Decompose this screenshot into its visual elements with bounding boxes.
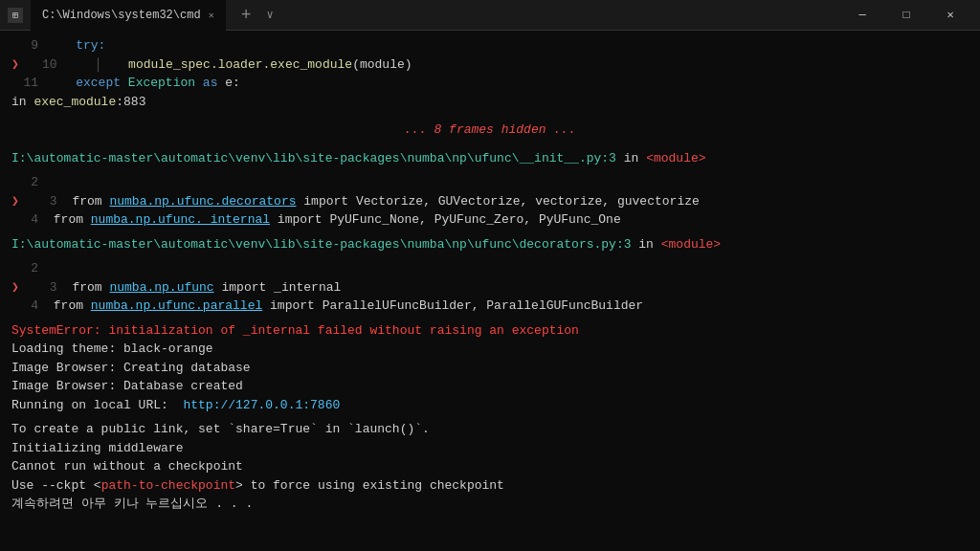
tab-close-button[interactable]: ✕ [209,10,214,21]
image-browser-creating-line: Image Browser: Creating database [11,359,969,378]
tab-label: C:\Windows\system32\cmd [42,9,201,22]
window-controls: — □ ✕ [840,0,972,31]
korean-prompt-line: 계속하려면 아무 키나 누르십시오 . . . [11,495,969,514]
line-number: 4 [11,210,38,230]
tab-dropdown-button[interactable]: ∨ [266,8,273,22]
code-line-2b: 2 [11,259,969,278]
active-tab[interactable]: C:\Windows\system32\cmd ✕ [31,0,226,31]
terminal-output: 9 try: ❯ 10 │ module_spec.loader.exec_mo… [0,31,980,551]
arrow-indicator: ❯ [11,55,27,75]
running-on-line: Running on local URL: http://127.0.0.1:7… [11,396,969,415]
line-number: 2 [11,173,38,192]
close-button[interactable]: ✕ [928,0,972,31]
code-line-11: 11 except Exception as e: [11,74,969,93]
code-line-3a: ❯ 3 from numba.np.ufunc.decorators impor… [11,192,969,211]
code-line-9: 9 try: [11,36,969,55]
exec-module-ref: in exec_module:883 [11,93,969,112]
titlebar: ⊞ C:\Windows\system32\cmd ✕ + ∨ — □ ✕ [0,0,980,31]
traceback-path-2: I:\automatic-master\automatic\venv\lib\s… [11,235,969,254]
module-link-decorators[interactable]: numba.np.ufunc.decorators [109,192,296,211]
line-number: 4 [11,297,38,316]
code-line-4b: 4 from numba.np.ufunc.parallel import Pa… [11,297,969,316]
line-number: 10 [31,55,57,75]
app-icon: ⊞ [8,8,23,23]
module-link-internal[interactable]: numba.np.ufunc._internal [91,210,270,230]
line-number: 9 [11,36,38,55]
module-link-parallel[interactable]: numba.np.ufunc.parallel [91,297,262,316]
frames-hidden: ... 8 frames hidden ... [11,111,969,149]
arrow-indicator-3b: ❯ [11,278,27,298]
minimize-button[interactable]: — [840,0,884,31]
code-line-4a: 4 from numba.np.ufunc._internal import P… [11,210,969,230]
image-browser-created-line: Image Browser: Database created [11,377,969,396]
module-link-ufunc[interactable]: numba.np.ufunc [109,278,213,298]
window: ⊞ C:\Windows\system32\cmd ✕ + ∨ — □ ✕ 9 … [0,0,980,551]
maximize-button[interactable]: □ [884,0,928,31]
code-line-3b: ❯ 3 from numba.np.ufunc import _internal [11,278,969,298]
init-middleware-line: Initializing middleware [11,439,969,458]
system-error-line: SystemError: initialization of _internal… [11,321,969,341]
line-number: 2 [11,259,38,278]
public-link-line: To create a public link, set `share=True… [11,420,969,439]
code-line-2a: 2 [11,173,969,192]
arrow-indicator-3a: ❯ [11,192,27,211]
code-line-10: ❯ 10 │ module_spec.loader.exec_module(mo… [11,55,969,75]
traceback-path-1: I:\automatic-master\automatic\venv\lib\s… [11,149,969,168]
line-number: 3 [31,192,57,211]
cannot-run-line: Cannot run without a checkpoint [11,457,969,476]
line-number: 3 [31,278,57,298]
use-ckpt-line: Use --ckpt < path-to-checkpoint > to for… [11,476,969,496]
line-number: 11 [11,74,38,93]
new-tab-button[interactable]: + [234,6,259,25]
loading-theme-line: Loading theme: black-orange [11,340,969,359]
